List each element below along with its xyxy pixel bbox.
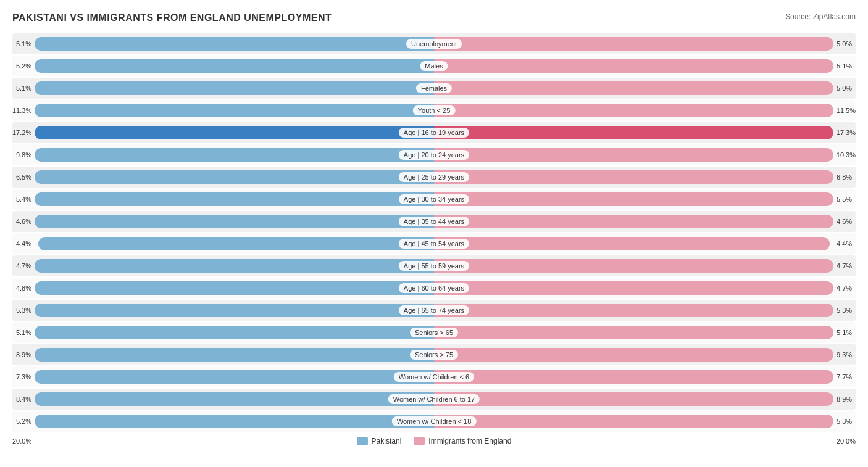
right-bar-container — [434, 300, 833, 321]
bar-row: 5.1% Unemployment 5.0% — [12, 33, 856, 54]
right-bar — [434, 59, 833, 73]
bar-row: 11.3% Youth < 25 11.5% — [12, 100, 856, 121]
left-bar-container — [35, 233, 434, 254]
left-section: 5.1% — [12, 78, 434, 99]
right-section: 7.7% — [434, 366, 856, 387]
left-bar-container — [35, 255, 434, 276]
legend-item-england: Immigrants from England — [414, 437, 511, 445]
left-section: 5.4% — [12, 189, 434, 210]
right-value: 5.5% — [833, 196, 856, 203]
right-value: 17.3% — [833, 129, 856, 136]
right-bar-container — [434, 56, 833, 76]
chart-container: PAKISTANI VS IMMIGRANTS FROM ENGLAND UNE… — [12, 12, 856, 445]
left-bar — [35, 392, 434, 406]
left-value: 9.8% — [12, 151, 35, 159]
left-value: 6.5% — [12, 173, 35, 181]
legend: Pakistani Immigrants from England — [31, 437, 837, 445]
left-value: 11.3% — [12, 107, 35, 114]
right-bar-container — [434, 211, 833, 232]
bar-row: 8.4% Women w/ Children 6 to 17 8.9% — [12, 389, 856, 410]
right-bar-container — [434, 322, 833, 343]
right-section: 4.6% — [434, 211, 856, 232]
right-bar-container — [434, 167, 833, 188]
right-value: 11.5% — [833, 107, 856, 114]
right-bar — [434, 237, 830, 250]
left-bar-container — [35, 344, 434, 365]
left-bar-container — [35, 78, 434, 99]
right-bar-container — [434, 33, 833, 54]
right-bar — [434, 259, 833, 273]
bar-row: 9.8% Age | 20 to 24 years 10.3% — [12, 144, 856, 165]
left-bar — [35, 281, 434, 295]
right-section: 5.0% — [434, 33, 856, 54]
right-bar-container — [434, 366, 833, 387]
left-bar-container — [35, 411, 434, 432]
left-section: 4.4% — [12, 233, 434, 254]
left-bar — [35, 326, 434, 339]
right-bar — [434, 192, 833, 206]
row-inner: 5.1% Females 5.0% — [12, 78, 856, 99]
left-bar — [35, 259, 434, 273]
right-value: 5.0% — [833, 40, 856, 48]
left-bar — [35, 170, 434, 184]
left-bar-container — [35, 167, 434, 188]
bar-row: 5.2% Women w/ Children < 18 5.3% — [12, 411, 856, 432]
right-bar — [434, 126, 833, 139]
right-bar-container — [434, 78, 833, 99]
right-section: 17.3% — [434, 122, 856, 143]
chart-source: Source: ZipAtlas.com — [785, 12, 856, 21]
right-section: 8.9% — [434, 389, 856, 410]
bar-row: 5.1% Seniors > 65 5.1% — [12, 322, 856, 343]
row-inner: 17.2% Age | 16 to 19 years 17.3% — [12, 122, 856, 143]
left-value: 17.2% — [12, 129, 35, 136]
bar-row: 6.5% Age | 25 to 29 years 6.8% — [12, 167, 856, 188]
right-value: 4.7% — [833, 262, 856, 270]
right-bar-container — [434, 144, 833, 165]
left-bar — [35, 192, 434, 206]
chart-footer: 20.0% Pakistani Immigrants from England … — [12, 437, 856, 445]
left-bar-container — [35, 189, 434, 210]
right-bar — [434, 392, 833, 406]
bar-row: 7.3% Women w/ Children < 6 7.7% — [12, 366, 856, 387]
right-value: 6.8% — [833, 173, 856, 181]
right-bar — [434, 281, 833, 295]
right-bar — [434, 170, 833, 184]
bar-row: 4.8% Age | 60 to 64 years 4.7% — [12, 278, 856, 299]
right-bar-container — [434, 389, 833, 410]
right-bar-container — [434, 278, 833, 299]
right-value: 5.3% — [833, 307, 856, 314]
right-bar — [434, 415, 833, 428]
left-bar — [38, 237, 434, 250]
right-value: 5.1% — [833, 62, 856, 70]
right-value: 10.3% — [833, 151, 856, 159]
right-bar — [434, 215, 833, 228]
right-bar-container — [434, 233, 833, 254]
right-section: 5.1% — [434, 322, 856, 343]
left-value: 5.2% — [12, 62, 35, 70]
right-value: 9.3% — [833, 351, 856, 358]
left-section: 4.6% — [12, 211, 434, 232]
right-bar-container — [434, 189, 833, 210]
right-value: 4.6% — [833, 218, 856, 225]
bar-row: 5.1% Females 5.0% — [12, 78, 856, 99]
left-section: 4.8% — [12, 278, 434, 299]
chart-title: PAKISTANI VS IMMIGRANTS FROM ENGLAND UNE… — [12, 12, 332, 23]
left-section: 5.2% — [12, 56, 434, 76]
right-bar — [434, 104, 833, 117]
right-bar — [434, 304, 833, 317]
left-value: 4.8% — [12, 284, 35, 292]
legend-label-england: Immigrants from England — [428, 437, 511, 445]
left-section: 11.3% — [12, 100, 434, 121]
left-bar — [35, 104, 434, 117]
left-bar-container — [35, 389, 434, 410]
left-bar — [35, 148, 434, 162]
right-section: 5.3% — [434, 411, 856, 432]
row-inner: 9.8% Age | 20 to 24 years 10.3% — [12, 144, 856, 165]
left-bar-container — [35, 322, 434, 343]
left-section: 5.1% — [12, 322, 434, 343]
left-bar-container — [35, 211, 434, 232]
axis-right-label: 20.0% — [837, 437, 856, 445]
left-value: 5.4% — [12, 196, 35, 203]
left-section: 6.5% — [12, 167, 434, 188]
right-section: 4.7% — [434, 278, 856, 299]
